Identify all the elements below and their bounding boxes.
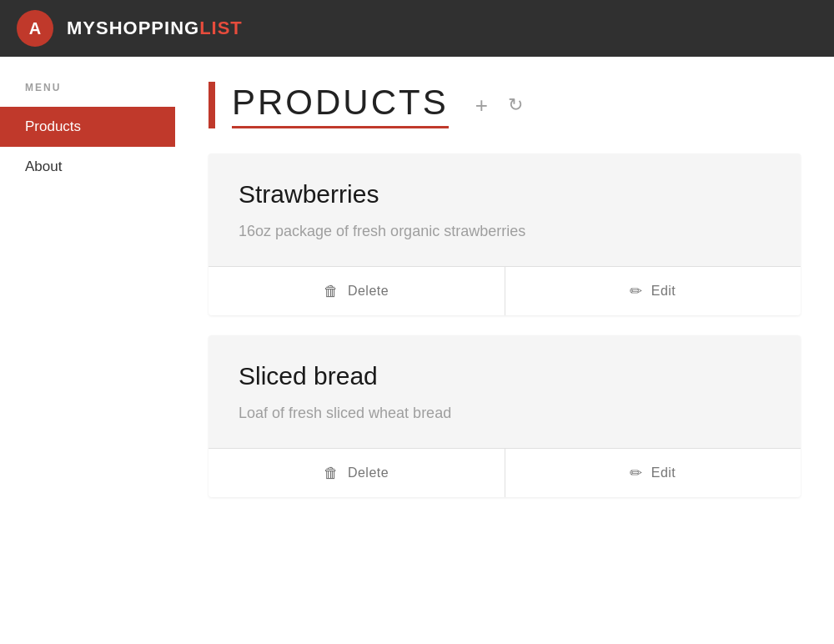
sidebar: MENU Products About <box>0 57 175 644</box>
edit-button[interactable]: ✏ Edit <box>505 267 801 315</box>
trash-icon: 🗑 <box>324 283 339 300</box>
products-list: Strawberries 16oz package of fresh organ… <box>208 153 801 497</box>
edit-label: Edit <box>651 465 676 480</box>
delete-button[interactable]: 🗑 Delete <box>208 449 505 497</box>
product-card-actions: 🗑 Delete ✏ Edit <box>208 448 801 497</box>
product-card-body: Sliced bread Loaf of fresh sliced wheat … <box>208 335 801 448</box>
page-title-actions: + ↻ <box>472 89 526 122</box>
refresh-icon: ↻ <box>508 94 523 116</box>
title-shopping: SHOPPING <box>96 18 199 38</box>
product-card-actions: 🗑 Delete ✏ Edit <box>208 266 801 315</box>
logo-letter: A <box>29 19 41 38</box>
product-card-body: Strawberries 16oz package of fresh organ… <box>208 153 801 266</box>
product-name: Sliced bread <box>239 362 771 390</box>
title-my: MY <box>67 18 96 38</box>
edit-label: Edit <box>651 284 676 299</box>
product-card: Sliced bread Loaf of fresh sliced wheat … <box>208 335 801 497</box>
main-content: PRODUCTS + ↻ Strawberries 16oz package o… <box>175 57 834 644</box>
edit-icon: ✏ <box>630 282 643 300</box>
product-name: Strawberries <box>239 180 771 209</box>
menu-label: MENU <box>0 82 175 107</box>
add-product-button[interactable]: + <box>472 89 491 122</box>
page-title-bar: PRODUCTS <box>208 82 449 128</box>
delete-button[interactable]: 🗑 Delete <box>208 267 505 315</box>
page-title: PRODUCTS <box>232 83 449 128</box>
product-description: Loaf of fresh sliced wheat bread <box>239 402 771 425</box>
sidebar-item-products[interactable]: Products <box>0 107 175 147</box>
page-header: PRODUCTS + ↻ <box>208 82 801 128</box>
product-description: 16oz package of fresh organic strawberri… <box>239 220 771 243</box>
app-logo: A <box>17 10 53 47</box>
plus-icon: + <box>475 93 488 118</box>
edit-icon: ✏ <box>630 464 643 482</box>
page-title-accent <box>208 82 215 128</box>
edit-button[interactable]: ✏ Edit <box>505 449 801 497</box>
product-card: Strawberries 16oz package of fresh organ… <box>208 153 801 315</box>
title-list: LIST <box>199 18 243 38</box>
app-layout: MENU Products About PRODUCTS + ↻ <box>0 57 834 644</box>
trash-icon: 🗑 <box>324 465 339 482</box>
sidebar-item-about[interactable]: About <box>0 147 175 187</box>
delete-label: Delete <box>348 284 389 299</box>
app-header: A MYSHOPPINGLIST <box>0 0 834 57</box>
refresh-button[interactable]: ↻ <box>505 91 526 119</box>
app-title: MYSHOPPINGLIST <box>67 18 243 39</box>
delete-label: Delete <box>348 465 389 480</box>
